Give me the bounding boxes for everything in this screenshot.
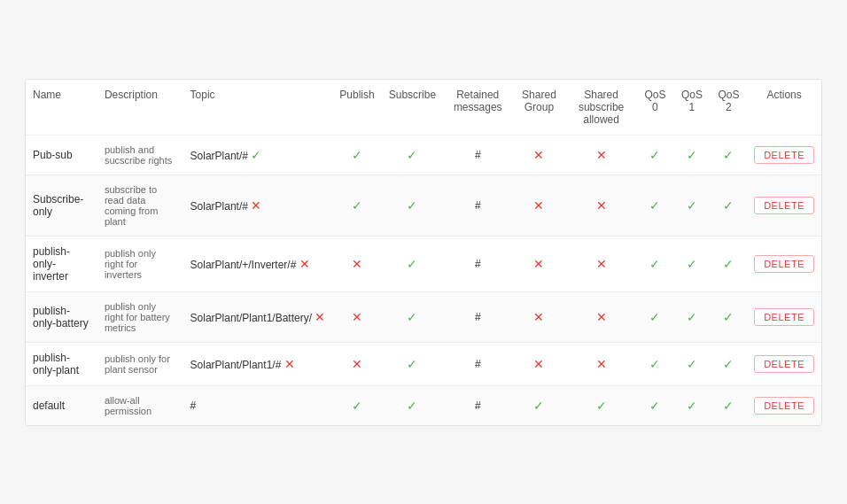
cross-icon: ✕ <box>352 257 362 271</box>
cross-icon: ✕ <box>299 257 310 271</box>
delete-button[interactable]: DELETE <box>754 255 814 273</box>
cell-retained: # <box>443 135 512 174</box>
cross-icon: ✕ <box>284 357 295 371</box>
cell-qos0: ✓ <box>637 174 674 236</box>
check-icon: ✓ <box>723 357 734 371</box>
cell-qos1: ✓ <box>673 236 711 291</box>
cell-publish: ✓ <box>332 385 381 425</box>
cell-subscribe: ✓ <box>382 385 443 425</box>
cell-shared-group: ✕ <box>512 236 565 291</box>
cell-name: Subscribe-only <box>26 174 97 236</box>
cross-icon: ✕ <box>596 357 607 371</box>
cross-icon: ✕ <box>352 357 362 371</box>
cell-name: publish-only-battery <box>26 291 97 342</box>
cell-qos1: ✓ <box>673 342 711 385</box>
cell-topic: # <box>183 385 333 425</box>
col-header-retained: Retained messages <box>443 80 512 136</box>
check-icon: ✓ <box>649 399 660 413</box>
delete-button[interactable]: DELETE <box>754 355 814 373</box>
cell-qos2: ✓ <box>711 291 748 342</box>
cell-shared-subscribe: ✕ <box>566 342 637 385</box>
cross-icon: ✕ <box>596 148 607 162</box>
col-header-subscribe: Subscribe <box>382 80 443 136</box>
check-icon: ✓ <box>596 399 607 413</box>
delete-button[interactable]: DELETE <box>754 197 814 214</box>
cell-qos1: ✓ <box>673 174 711 236</box>
cell-retained: # <box>443 174 512 236</box>
cell-name: default <box>26 385 97 425</box>
cell-actions: DELETE <box>747 291 821 342</box>
cross-icon: ✕ <box>596 310 607 324</box>
cell-topic: SolarPlant/+/Inverter/# ✕ <box>183 236 333 291</box>
cell-publish: ✓ <box>332 135 381 174</box>
check-icon: ✓ <box>407 148 417 162</box>
cross-icon: ✕ <box>533 198 544 213</box>
delete-button[interactable]: DELETE <box>754 146 814 164</box>
topic-value: SolarPlant/Plant1/Battery/ <box>190 312 312 324</box>
delete-button[interactable]: DELETE <box>754 397 814 415</box>
cell-description: allow-all permission <box>97 385 183 425</box>
cell-retained: # <box>443 342 512 385</box>
col-header-name: Name <box>26 80 97 136</box>
check-icon: ✓ <box>687 399 697 413</box>
cell-actions: DELETE <box>747 342 821 385</box>
check-icon: ✓ <box>407 310 417 324</box>
table-row: Pub-sub publish and sucscribe rights Sol… <box>26 135 821 174</box>
cell-shared-group: ✕ <box>512 174 565 236</box>
cross-icon: ✕ <box>251 198 261 213</box>
col-header-qos0: QoS 0 <box>637 80 674 136</box>
cross-icon: ✕ <box>533 310 544 324</box>
check-icon: ✓ <box>687 357 697 371</box>
cell-topic: SolarPlant/# ✕ <box>183 174 333 236</box>
cell-topic: SolarPlant/Plant1/# ✕ <box>183 342 333 385</box>
table-row: publish-only-battery publish only right … <box>26 291 821 342</box>
topic-value: SolarPlant/# <box>190 150 248 162</box>
check-icon: ✓ <box>407 357 417 371</box>
cell-qos2: ✓ <box>711 342 748 385</box>
cell-description: publish only right for battery metrics <box>97 291 183 342</box>
cell-shared-group: ✕ <box>512 291 565 342</box>
cell-retained: # <box>443 236 512 291</box>
cell-topic: SolarPlant/Plant1/Battery/ ✕ <box>183 291 333 342</box>
check-icon: ✓ <box>407 257 417 271</box>
col-header-shared-subscribe: Shared subscribe allowed <box>566 80 637 136</box>
table-row: default allow-all permission # ✓ ✓ # ✓ ✓… <box>26 385 821 425</box>
check-icon: ✓ <box>352 148 362 162</box>
cell-shared-subscribe: ✕ <box>566 135 637 174</box>
cross-icon: ✕ <box>533 257 544 271</box>
check-icon: ✓ <box>649 357 660 371</box>
cell-subscribe: ✓ <box>382 135 443 174</box>
check-icon: ✓ <box>407 399 417 413</box>
check-icon: ✓ <box>723 148 734 162</box>
cell-qos1: ✓ <box>673 135 711 174</box>
check-icon: ✓ <box>723 257 734 271</box>
cell-qos0: ✓ <box>637 291 674 342</box>
cell-actions: DELETE <box>747 174 821 236</box>
cell-actions: DELETE <box>747 385 821 425</box>
cross-icon: ✕ <box>533 148 544 162</box>
col-header-actions: Actions <box>747 80 821 136</box>
cell-qos1: ✓ <box>673 291 711 342</box>
check-icon: ✓ <box>723 399 734 413</box>
cell-shared-subscribe: ✕ <box>566 291 637 342</box>
cell-shared-subscribe: ✓ <box>566 385 637 425</box>
check-icon: ✓ <box>649 310 660 324</box>
delete-button[interactable]: DELETE <box>754 308 814 326</box>
cell-description: publish only right for inverters <box>97 236 183 291</box>
cell-description: publish and sucscribe rights <box>97 135 183 174</box>
cell-subscribe: ✓ <box>382 291 443 342</box>
col-header-qos1: QoS 1 <box>673 80 711 136</box>
cell-qos0: ✓ <box>637 342 674 385</box>
cross-icon: ✕ <box>533 357 544 371</box>
check-icon: ✓ <box>251 148 261 162</box>
check-icon: ✓ <box>687 257 697 271</box>
col-header-qos2: QoS 2 <box>711 80 748 136</box>
cell-actions: DELETE <box>747 135 821 174</box>
cell-name: publish-only-plant <box>26 342 97 385</box>
check-icon: ✓ <box>723 198 734 213</box>
cell-qos0: ✓ <box>637 236 674 291</box>
table-row: publish-only-plant publish only for plan… <box>26 342 821 385</box>
cell-qos1: ✓ <box>673 385 711 425</box>
cell-subscribe: ✓ <box>382 236 443 291</box>
check-icon: ✓ <box>352 399 362 413</box>
